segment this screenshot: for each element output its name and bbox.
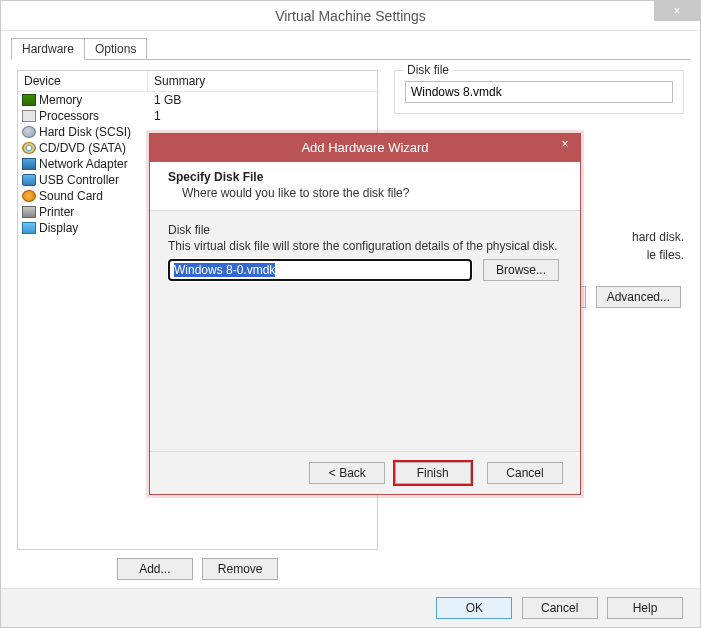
wizard-title: Add Hardware Wizard — [301, 140, 428, 155]
device-name: Hard Disk (SCSI) — [39, 125, 131, 139]
finish-button[interactable]: Finish — [395, 462, 471, 484]
disk-file-label: Disk file — [168, 223, 562, 237]
device-name: Printer — [39, 205, 74, 219]
wizard-heading: Specify Disk File — [168, 170, 562, 184]
remove-button[interactable]: Remove — [202, 558, 278, 580]
add-button[interactable]: Add... — [117, 558, 193, 580]
device-name: USB Controller — [39, 173, 119, 187]
dialog-button-bar: OK Cancel Help — [1, 588, 700, 627]
device-name: Network Adapter — [39, 157, 128, 171]
wizard-titlebar[interactable]: Add Hardware Wizard × — [150, 134, 580, 162]
tabstrip: Hardware Options — [1, 31, 700, 59]
memory-icon — [22, 94, 36, 106]
add-hardware-wizard: Add Hardware Wizard × Specify Disk File … — [149, 133, 581, 495]
device-name: Processors — [39, 109, 99, 123]
window-titlebar: Virtual Machine Settings × — [1, 1, 700, 31]
net-icon — [22, 158, 36, 170]
disk-file-description: This virtual disk file will store the co… — [168, 239, 562, 253]
settings-window: Virtual Machine Settings × Hardware Opti… — [0, 0, 701, 628]
window-close-button[interactable]: × — [654, 1, 700, 21]
cpu-icon — [22, 110, 36, 122]
device-name: Sound Card — [39, 189, 103, 203]
device-name: Display — [39, 221, 78, 235]
device-summary: 1 GB — [148, 93, 377, 107]
back-button[interactable]: < Back — [309, 462, 385, 484]
device-name: Memory — [39, 93, 82, 107]
wizard-close-button[interactable]: × — [550, 134, 580, 154]
table-row[interactable]: Processors1 — [18, 108, 377, 124]
disk-file-field[interactable] — [405, 81, 673, 103]
disk-icon — [22, 126, 36, 138]
text-fragment: hard disk. — [632, 230, 684, 244]
wizard-cancel-button[interactable]: Cancel — [487, 462, 563, 484]
disk-file-legend: Disk file — [403, 63, 453, 77]
ok-button[interactable]: OK — [436, 597, 512, 619]
cd-icon — [22, 142, 36, 154]
wizard-body: Disk file This virtual disk file will st… — [150, 211, 580, 451]
disk-file-group: Disk file — [394, 70, 684, 114]
wizard-button-bar: < Back Finish Cancel — [150, 451, 580, 494]
browse-button[interactable]: Browse... — [483, 259, 559, 281]
device-name: CD/DVD (SATA) — [39, 141, 126, 155]
printer-icon — [22, 206, 36, 218]
tab-options[interactable]: Options — [84, 38, 147, 60]
advanced-button[interactable]: Advanced... — [596, 286, 681, 308]
sound-icon — [22, 190, 36, 202]
tab-hardware[interactable]: Hardware — [11, 38, 85, 60]
text-fragment: le files. — [647, 248, 684, 262]
help-button[interactable]: Help — [607, 597, 683, 619]
disk-file-input[interactable] — [168, 259, 472, 281]
display-icon — [22, 222, 36, 234]
wizard-header: Specify Disk File Where would you like t… — [150, 162, 580, 211]
usb-icon — [22, 174, 36, 186]
table-row[interactable]: Memory1 GB — [18, 92, 377, 108]
column-header-summary[interactable]: Summary — [148, 71, 377, 91]
cancel-button[interactable]: Cancel — [522, 597, 598, 619]
device-summary: 1 — [148, 109, 377, 123]
window-title: Virtual Machine Settings — [275, 8, 426, 24]
wizard-subheading: Where would you like to store the disk f… — [168, 184, 562, 200]
column-header-device[interactable]: Device — [18, 71, 148, 91]
